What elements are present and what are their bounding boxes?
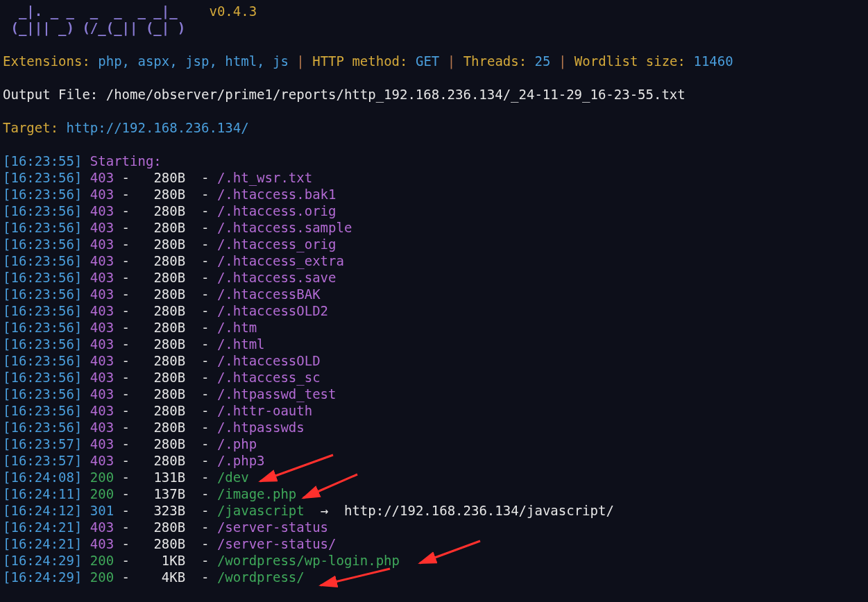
annotation-arrow: [303, 474, 357, 498]
annotation-arrow: [420, 541, 480, 563]
annotation-arrow: [321, 569, 390, 585]
annotation-arrow: [260, 455, 333, 481]
annotation-arrows: [0, 0, 868, 602]
